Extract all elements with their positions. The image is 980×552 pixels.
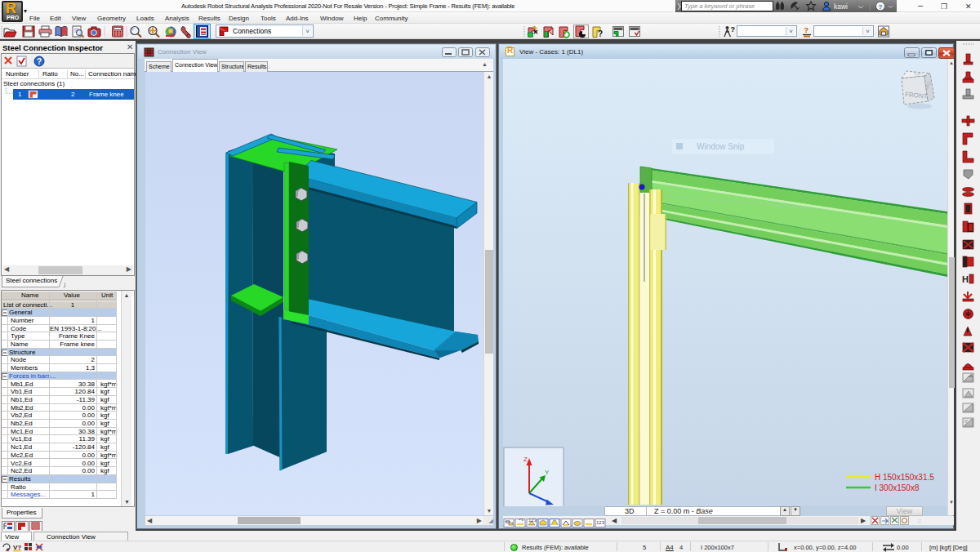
svg-text:V?: V?	[13, 544, 21, 551]
svg-text:H 150x150x31.5: H 150x150x31.5	[875, 473, 934, 482]
svg-text:?: ?	[731, 25, 736, 33]
svg-text:?: ?	[37, 57, 42, 66]
svg-text:?: ?	[804, 26, 809, 34]
svg-text:123: 123	[528, 519, 537, 523]
svg-text:H: H	[962, 274, 969, 284]
svg-text:I 300x150x8: I 300x150x8	[875, 483, 920, 492]
svg-text:123: 123	[596, 520, 605, 525]
svg-text:kawi: kawi	[834, 2, 848, 11]
svg-text:?: ?	[598, 29, 603, 38]
svg-text:Z: Z	[523, 456, 528, 463]
svg-text:TOP: TOP	[913, 71, 922, 77]
svg-text:Window Snip: Window Snip	[697, 142, 745, 151]
svg-text:Y: Y	[545, 469, 550, 476]
svg-text:X: X	[555, 505, 559, 506]
svg-text:?: ?	[879, 3, 883, 11]
